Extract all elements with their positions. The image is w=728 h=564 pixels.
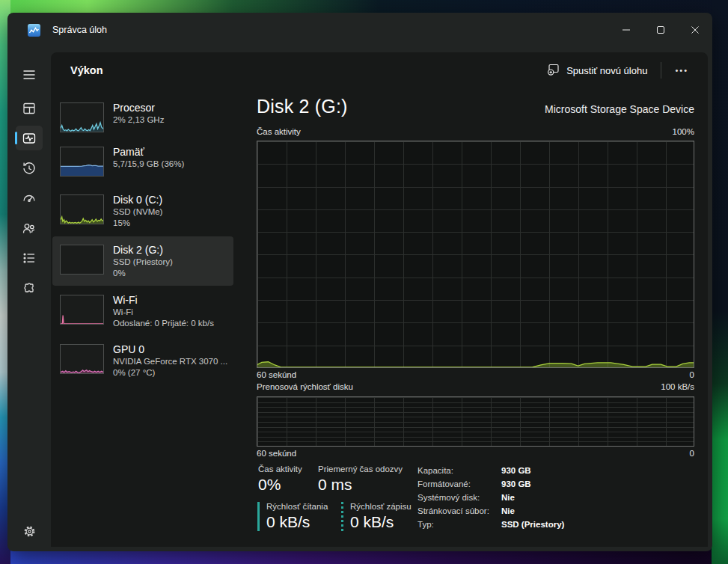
activity-chart-label: Čas aktivity bbox=[257, 127, 301, 136]
stat-response-time: Priemerný čas odozvy 0 ms bbox=[318, 465, 403, 494]
close-button[interactable] bbox=[678, 13, 712, 47]
sidebar-item-cpu[interactable]: Procesor 2% 2,13 GHz bbox=[52, 94, 233, 139]
users-icon bbox=[22, 221, 37, 236]
wifi-title: Wi-Fi bbox=[113, 293, 214, 307]
detail-page-file: Stránkovací súbor: Nie bbox=[417, 504, 564, 518]
disk0-type: SSD (NVMe) bbox=[113, 206, 162, 218]
disk-details: Kapacita: 930 GB Formátované: 930 GB Sys… bbox=[417, 464, 564, 531]
gpu-title: GPU 0 bbox=[113, 343, 226, 356]
disk-page-title: Disk 2 (G:) bbox=[257, 96, 348, 117]
disk2-usage: 0% bbox=[113, 268, 173, 279]
titlebar: Správca úloh bbox=[7, 13, 712, 47]
history-clock-icon bbox=[22, 161, 37, 176]
memory-mini-chart bbox=[60, 147, 104, 177]
stat-read-speed: Rýchlosť čítania 0 kB/s bbox=[257, 502, 328, 531]
disk0-mini-chart bbox=[60, 194, 104, 224]
stat-write-speed: Rýchlosť zápisu 0 kB/s bbox=[341, 502, 412, 531]
nav-item-processes[interactable] bbox=[16, 96, 43, 120]
details-list-icon bbox=[22, 251, 37, 266]
gauge-icon bbox=[22, 191, 37, 206]
memory-stats: 5,7/15,9 GB (36%) bbox=[113, 159, 184, 170]
stat-active-time: Čas aktivity 0% bbox=[258, 465, 302, 494]
sidebar-item-wifi[interactable]: Wi-Fi Wi-Fi Odoslané: 0 Prijaté: 0 kb/s bbox=[52, 286, 233, 336]
task-manager-window: Správca úloh bbox=[7, 13, 712, 551]
performance-icon bbox=[22, 131, 37, 146]
device-name: Microsoft Storage Space Device bbox=[545, 103, 694, 115]
wallpaper-strip-right bbox=[712, 0, 728, 564]
nav-item-app-history[interactable] bbox=[16, 156, 43, 180]
detail-type: Typ: SSD (Priestory) bbox=[417, 518, 564, 531]
more-options-button[interactable]: ••• bbox=[666, 63, 697, 78]
disk2-type: SSD (Priestory) bbox=[113, 257, 173, 268]
nav-item-performance[interactable] bbox=[16, 126, 43, 150]
hamburger-menu-icon[interactable] bbox=[16, 62, 43, 87]
wifi-stats: Odoslané: 0 Prijaté: 0 kb/s bbox=[113, 318, 214, 329]
active-time-chart bbox=[257, 141, 694, 368]
task-manager-app-icon bbox=[28, 24, 40, 37]
nav-item-details[interactable] bbox=[16, 245, 43, 270]
window-title: Správca úloh bbox=[52, 25, 107, 35]
page-title: Výkon bbox=[70, 64, 103, 76]
transfer-chart-label: Prenosová rýchlosť disku bbox=[257, 382, 353, 391]
processes-icon bbox=[22, 101, 37, 116]
selected-indicator bbox=[15, 132, 17, 144]
cpu-title: Procesor bbox=[113, 101, 164, 114]
gpu-device: NVIDIA GeForce RTX 3070 ... bbox=[113, 356, 226, 367]
settings-button[interactable] bbox=[16, 519, 43, 544]
wifi-type: Wi-Fi bbox=[113, 307, 214, 318]
disk2-title: Disk 2 (G:) bbox=[113, 243, 173, 257]
nav-item-users[interactable] bbox=[16, 215, 43, 240]
disk0-usage: 15% bbox=[113, 218, 162, 229]
detail-formatted: Formátované: 930 GB bbox=[417, 477, 564, 491]
wallpaper-strip-bottom bbox=[0, 551, 728, 564]
detail-system-disk: Systémový disk: Nie bbox=[417, 491, 564, 504]
gpu-stats: 0% (27 °C) bbox=[113, 367, 226, 378]
run-new-task-label: Spustiť novú úlohu bbox=[566, 65, 647, 76]
transfer-chart-xleft: 60 sekúnd bbox=[257, 449, 296, 458]
activity-chart-ymax: 100% bbox=[673, 127, 694, 136]
header-separator bbox=[661, 62, 661, 79]
gear-icon bbox=[22, 524, 37, 539]
cpu-mini-chart bbox=[60, 102, 104, 132]
disk2-mini-chart bbox=[60, 245, 104, 275]
panel-header: Výkon Spustiť novú úlohu ••• bbox=[51, 52, 708, 88]
activity-chart-xleft: 60 sekúnd bbox=[257, 370, 296, 379]
gpu-mini-chart bbox=[60, 344, 104, 374]
memory-title: Pamäť bbox=[113, 145, 184, 159]
activity-chart-xright: 0 bbox=[690, 370, 694, 379]
run-new-task-icon bbox=[547, 63, 560, 78]
cpu-stats: 2% 2,13 GHz bbox=[113, 114, 164, 126]
transfer-rate-chart bbox=[257, 396, 694, 447]
content-panel: Výkon Spustiť novú úlohu ••• Procesor 2%… bbox=[51, 52, 708, 547]
detail-capacity: Kapacita: 930 GB bbox=[417, 464, 564, 477]
transfer-chart-ymax: 100 kB/s bbox=[661, 382, 694, 391]
navigation-rail bbox=[7, 47, 51, 551]
transfer-chart-xright: 0 bbox=[690, 449, 694, 458]
sidebar-item-gpu[interactable]: GPU 0 NVIDIA GeForce RTX 3070 ... 0% (27… bbox=[52, 336, 233, 385]
sidebar-item-memory[interactable]: Pamäť 5,7/15,9 GB (36%) bbox=[52, 138, 233, 183]
disk0-title: Disk 0 (C:) bbox=[113, 193, 162, 206]
nav-item-startup-apps[interactable] bbox=[16, 186, 43, 210]
minimize-button[interactable] bbox=[609, 13, 643, 47]
nav-item-services[interactable] bbox=[16, 275, 43, 300]
services-puzzle-icon bbox=[22, 281, 37, 295]
wifi-mini-chart bbox=[60, 295, 104, 325]
maximize-button[interactable] bbox=[643, 13, 678, 47]
run-new-task-button[interactable]: Spustiť novú úlohu bbox=[538, 58, 656, 83]
sidebar-item-disk0[interactable]: Disk 0 (C:) SSD (NVMe) 15% bbox=[52, 186, 233, 236]
sidebar-item-disk2[interactable]: Disk 2 (G:) SSD (Priestory) 0% bbox=[52, 236, 233, 286]
